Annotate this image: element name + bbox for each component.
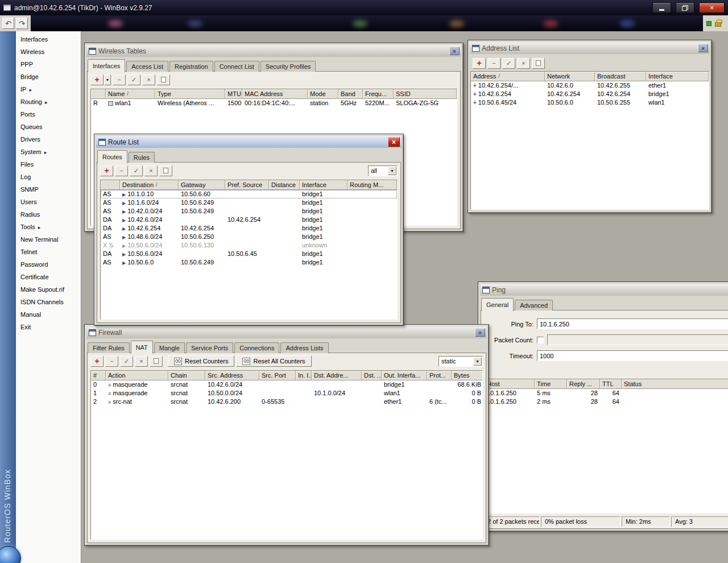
sidebar-item-new-terminal[interactable]: New Terminal — [16, 233, 81, 246]
firewall-titlebar[interactable]: Firewall × — [86, 326, 487, 338]
disable-button[interactable]: × — [142, 74, 155, 85]
tab-access-list[interactable]: Access List — [126, 61, 168, 72]
ping-to-input[interactable] — [537, 318, 728, 329]
band-column-header[interactable]: Band — [338, 89, 363, 98]
enable-button[interactable]: ✓ — [502, 58, 515, 69]
disable-button[interactable]: × — [144, 165, 158, 176]
route-row[interactable]: AS ▶10.42.0.0/24 10.50.6.249 bridge1 — [101, 207, 397, 216]
ttl-column-header[interactable]: TTL — [600, 379, 622, 388]
sidebar-item-certificate[interactable]: Certificate — [16, 271, 81, 283]
route-row[interactable]: AS ▶10.48.6.0/24 10.50.6.250 bridge1 — [101, 233, 397, 241]
app-titlebar[interactable]: admin@10.42.6.254 (TikDr) - WinBox v2.9.… — [0, 0, 728, 15]
chain-column-header[interactable]: Chain — [168, 371, 205, 380]
tab-address-lists[interactable]: Address Lists — [280, 342, 328, 353]
sidebar-item-exit[interactable]: Exit — [16, 321, 81, 333]
tab-mangle[interactable]: Mangle — [154, 342, 185, 353]
packet-count-checkbox[interactable] — [537, 337, 544, 343]
routing-mark-column-header[interactable]: Routing M... — [348, 180, 397, 189]
sidebar-item-isdn-channels[interactable]: ISDN Channels — [16, 296, 81, 308]
out-interface-column-header[interactable]: Out. Interfa... — [382, 371, 427, 380]
add-dropdown-icon[interactable]: ▼ — [104, 74, 111, 85]
address-row[interactable]: +10.42.6.254/... 10.42.6.0 10.42.6.255 e… — [471, 81, 709, 90]
timeout-input[interactable] — [537, 350, 728, 361]
enable-button[interactable]: ✓ — [120, 356, 133, 367]
tab-advanced[interactable]: Advanced — [515, 300, 553, 311]
dst-port-column-header[interactable]: Dst. ... — [362, 371, 382, 380]
network-column-header[interactable]: Network — [545, 72, 595, 81]
dst-address-column-header[interactable]: Dst. Addre... — [312, 371, 362, 380]
sidebar-item-system[interactable]: System▸ — [16, 146, 81, 158]
address-list-titlebar[interactable]: Address List × — [470, 42, 710, 54]
pref-source-column-header[interactable]: Pref. Source — [225, 180, 269, 189]
close-icon[interactable]: × — [475, 328, 485, 337]
interface-column-header[interactable]: Interface — [300, 180, 348, 189]
enable-button[interactable]: ✓ — [127, 74, 140, 85]
tab-general[interactable]: General — [481, 298, 514, 311]
sidebar-item-make-supout[interactable]: Make Supout.rif — [16, 283, 81, 296]
close-window-button[interactable]: × — [699, 2, 725, 13]
remove-button[interactable]: − — [105, 356, 118, 367]
status-column-header[interactable]: Status — [622, 379, 728, 388]
route-list-titlebar[interactable]: Route List × — [96, 136, 402, 148]
number-column-header[interactable]: # — [91, 371, 106, 380]
sidebar-item-drivers[interactable]: Drivers — [16, 133, 81, 146]
nat-rule-row[interactable]: 2 ≡src-nat srcnat 10.42.6.200 0-65535 et… — [91, 398, 482, 406]
address-row[interactable]: +10.42.6.254 10.42.6.254 10.42.6.254 bri… — [471, 90, 709, 98]
route-row[interactable]: DA ▶10.42.6.254 10.42.6.254 bridge1 — [101, 224, 397, 233]
interface-column-header[interactable]: Interface — [646, 72, 709, 81]
close-icon[interactable]: × — [388, 137, 400, 147]
tab-routes[interactable]: Routes — [97, 150, 127, 163]
enable-button[interactable]: ✓ — [130, 165, 143, 176]
tab-connections[interactable]: Connections — [234, 342, 279, 353]
sidebar-item-bridge[interactable]: Bridge — [16, 71, 81, 83]
sidebar-item-password[interactable]: Password — [16, 258, 81, 271]
close-icon[interactable]: × — [698, 44, 708, 52]
tab-registration[interactable]: Registration — [169, 61, 213, 72]
src-port-column-header[interactable]: Src. Port — [259, 371, 296, 380]
comment-button[interactable] — [159, 165, 172, 176]
tab-interfaces[interactable]: Interfaces — [88, 59, 125, 72]
gateway-column-header[interactable]: Gateway — [179, 180, 225, 189]
sidebar-item-snmp[interactable]: SNMP — [16, 183, 81, 196]
wireless-tables-titlebar[interactable]: Wireless Tables × — [86, 45, 461, 57]
address-row[interactable]: +10.50.6.45/24 10.50.6.0 10.50.6.255 wla… — [471, 98, 709, 107]
time-column-header[interactable]: Time — [535, 379, 567, 388]
sidebar-item-users[interactable]: Users — [16, 196, 81, 208]
sidebar-item-manual[interactable]: Manual — [16, 308, 81, 321]
disable-button[interactable]: × — [517, 58, 530, 69]
close-icon[interactable]: × — [449, 47, 460, 55]
ping-result-row[interactable]: 10.1.6.250 5 ms 28 64 — [485, 389, 728, 398]
ping-titlebar[interactable]: Ping × — [480, 284, 728, 296]
ping-result-row[interactable]: 10.1.6.250 2 ms 28 64 — [485, 398, 728, 406]
tab-filter-rules[interactable]: Filter Rules — [88, 342, 130, 353]
tab-security-profiles[interactable]: Security Profiles — [260, 61, 316, 72]
frequency-column-header[interactable]: Frequ... — [363, 89, 394, 98]
reply-column-header[interactable]: Reply ... — [567, 379, 600, 388]
disable-button[interactable]: × — [135, 356, 148, 367]
action-column-header[interactable]: Action — [106, 371, 168, 380]
undo-button[interactable]: ↶ — [2, 18, 14, 29]
sidebar-item-ip[interactable]: IP▸ — [16, 83, 81, 96]
route-row[interactable]: AS ▶10.50.6.0 10.50.6.249 bridge1 — [101, 258, 397, 267]
src-address-column-header[interactable]: Src. Address — [205, 371, 259, 380]
mtu-column-header[interactable]: MTU — [225, 89, 242, 98]
remove-button[interactable]: − — [487, 58, 500, 69]
sidebar-item-ppp[interactable]: PPP — [16, 58, 81, 71]
host-column-header[interactable]: Host — [485, 379, 535, 388]
packet-count-input[interactable] — [547, 334, 728, 345]
sidebar-item-interfaces[interactable]: Interfaces — [16, 33, 81, 45]
in-interface-column-header[interactable]: In. I... — [296, 371, 312, 380]
sidebar-item-queues[interactable]: Queues — [16, 121, 81, 133]
add-button[interactable]: + — [473, 58, 486, 69]
route-row[interactable]: AS ▶10.1.0.10 10.50.6.60 bridge1 — [101, 190, 397, 198]
name-column-header[interactable]: Name/ — [106, 89, 155, 98]
nat-rule-row[interactable]: 1 ≡masquerade srcnat 10.50.0.0/24 10.1.0… — [91, 389, 482, 398]
sidebar-item-routing[interactable]: Routing▸ — [16, 96, 81, 108]
add-button[interactable]: + — [90, 74, 104, 85]
bytes-column-header[interactable]: Bytes — [452, 371, 483, 380]
route-row[interactable]: DA ▶10.42.6.0/24 10.42.6.254 bridge1 — [101, 216, 397, 224]
mode-column-header[interactable]: Mode — [308, 89, 338, 98]
sidebar-item-files[interactable]: Files — [16, 158, 81, 171]
mac-column-header[interactable]: MAC Address — [242, 89, 308, 98]
sidebar-item-wireless[interactable]: Wireless — [16, 45, 81, 58]
